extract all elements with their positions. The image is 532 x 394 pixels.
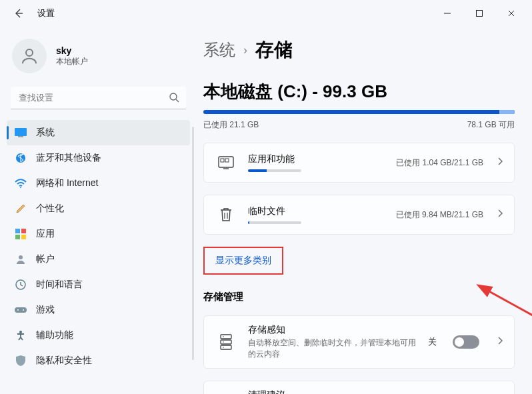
storage-sense-state: 关 [428,336,437,348]
svg-rect-3 [15,128,27,136]
nav-item-accessibility[interactable]: 辅助功能 [7,323,190,348]
svg-rect-9 [15,235,20,239]
svg-point-6 [20,187,21,188]
breadcrumb: 系统 › 存储 [203,37,515,63]
brush-icon [15,203,27,215]
card-title: 清理建议 [248,389,503,394]
nav-item-gaming[interactable]: 游戏 [7,297,190,323]
show-more-link[interactable]: 显示更多类别 [203,247,283,275]
svg-rect-19 [225,159,229,162]
breadcrumb-leaf: 存储 [255,37,293,63]
avatar[interactable] [12,39,47,73]
storage-sense-row[interactable]: 存储感知 自动释放空间、删除临时文件，并管理本地可用的云内容 关 [203,315,515,369]
chevron-right-icon [497,157,503,169]
apps-usage-bar [248,169,301,172]
svg-point-15 [23,309,24,311]
accessibility-icon [15,329,27,341]
nav-label: 游戏 [36,304,55,316]
chevron-right-icon: › [243,43,247,57]
nav-item-bluetooth[interactable]: 蓝牙和其他设备 [7,145,190,171]
svg-rect-13 [15,307,27,313]
svg-rect-22 [221,345,231,349]
storage-management-header: 存储管理 [203,291,515,303]
temp-usage-text: 已使用 9.84 MB/21.1 GB [396,209,483,221]
disk-used-label: 已使用 21.1 GB [203,119,259,131]
nav-label: 帐户 [36,253,55,265]
chevron-right-icon [497,209,503,221]
nav-item-privacy[interactable]: 隐私和安全性 [7,348,190,373]
svg-point-25 [223,347,224,348]
svg-rect-4 [18,136,23,137]
nav-item-accounts[interactable]: 帐户 [7,247,190,272]
trash-icon [215,203,237,226]
svg-rect-0 [477,11,483,17]
clock-icon [15,279,27,291]
svg-point-11 [19,255,23,259]
window-title: 设置 [37,7,55,19]
card-title: 应用和功能 [248,153,385,165]
svg-point-1 [26,49,33,56]
nav-label: 时间和语言 [36,279,83,291]
broom-icon [215,391,237,395]
profile-name: sky [56,45,88,56]
disk-free-label: 78.1 GB 可用 [467,119,515,131]
search-input[interactable] [11,87,186,109]
sidebar-scrollbar[interactable] [192,127,194,360]
shield-icon [15,355,27,367]
nav-label: 蓝牙和其他设备 [36,152,101,164]
nav-label: 网络和 Internet [36,177,98,189]
nav-item-network[interactable]: 网络和 Internet [7,171,190,196]
monitor-icon [15,127,27,139]
minimize-button[interactable] [440,6,455,21]
nav-label: 系统 [36,127,55,139]
svg-point-16 [19,331,22,333]
person-icon [15,253,27,265]
profile-subtitle: 本地帐户 [56,56,88,67]
card-title: 临时文件 [248,205,385,217]
apps-usage-text: 已使用 1.04 GB/21.1 GB [396,157,483,169]
chevron-right-icon [497,336,503,348]
svg-point-2 [170,93,177,100]
nav-item-time-language[interactable]: 时间和语言 [7,272,190,297]
disk-usage-bar [203,110,515,114]
nav-label: 应用 [36,228,55,240]
cleanup-row[interactable]: 清理建议 正在查找要清理的项目 [203,381,515,394]
close-button[interactable] [504,6,519,21]
svg-rect-10 [21,235,26,239]
search-icon [169,92,179,105]
gamepad-icon [15,304,27,316]
svg-rect-21 [221,340,231,344]
wifi-icon [15,177,27,189]
temp-usage-bar [248,221,301,224]
apps-icon [15,228,27,240]
breadcrumb-root[interactable]: 系统 [203,39,235,61]
card-subtitle: 自动释放空间、删除临时文件，并管理本地可用的云内容 [248,337,417,360]
svg-rect-8 [21,229,26,233]
category-apps[interactable]: 应用和功能 已使用 1.04 GB/21.1 GB [203,143,515,183]
nav-label: 隐私和安全性 [36,355,92,367]
nav-item-personalization[interactable]: 个性化 [7,196,190,221]
svg-point-14 [17,309,19,311]
svg-rect-20 [221,335,231,339]
disk-title: 本地磁盘 (C:) - 99.3 GB [203,80,515,103]
back-button[interactable] [9,4,28,23]
svg-point-24 [223,341,224,343]
nav-item-system[interactable]: 系统 [7,120,190,145]
storage-sense-toggle[interactable] [453,335,479,349]
svg-rect-18 [221,159,224,162]
nav-label: 个性化 [36,203,64,215]
apps-category-icon [215,151,237,174]
nav-item-apps[interactable]: 应用 [7,221,190,247]
bluetooth-icon [15,152,27,164]
card-title: 存储感知 [248,324,417,336]
database-icon [215,331,237,353]
svg-point-23 [223,336,224,337]
svg-rect-7 [15,229,20,233]
category-temp[interactable]: 临时文件 已使用 9.84 MB/21.1 GB [203,195,515,235]
nav-label: 辅助功能 [36,329,73,341]
maximize-button[interactable] [472,6,487,21]
